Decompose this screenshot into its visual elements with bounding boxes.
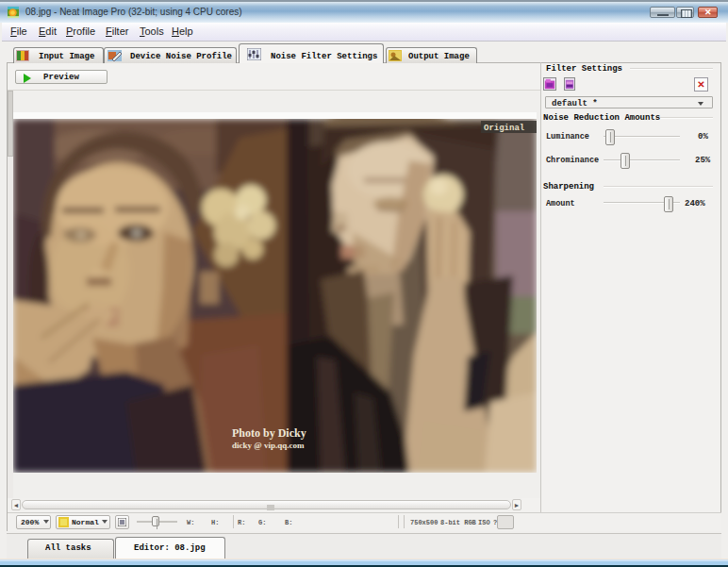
svg-text:Original: Original	[484, 124, 525, 133]
svg-text:dicky @ vip.qq.com: dicky @ vip.qq.com	[232, 441, 305, 450]
svg-text:Photo by Dicky: Photo by Dicky	[232, 426, 306, 440]
